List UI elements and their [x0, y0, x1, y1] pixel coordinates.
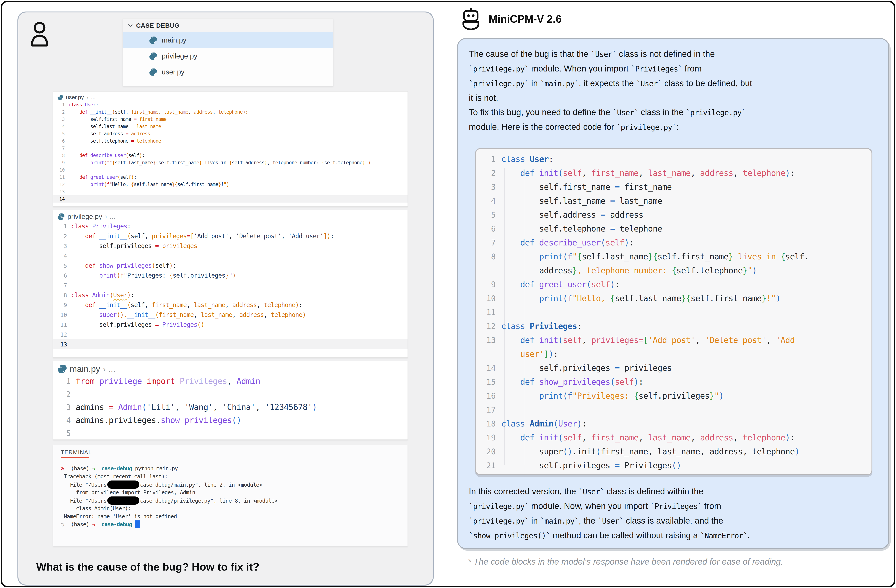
line-number: 3 [53, 241, 71, 251]
response-line: To fix this bug, you need to define the … [469, 105, 879, 120]
line-number: 5 [53, 427, 76, 440]
file-name: user.py [162, 68, 184, 76]
user-avatar-icon [29, 21, 50, 49]
response-line: In this corrected version, the `User` cl… [469, 484, 879, 499]
code-line: 2 [53, 388, 407, 401]
code-line: 10 super().__init__(first_name, last_nam… [53, 310, 407, 320]
code-line: 12 print(f"Hello, {self.last_name}{self.… [53, 181, 407, 188]
code-line: 4 self.last_name = last_name [53, 123, 407, 130]
python-file-icon [57, 94, 63, 100]
terminal-line: ○ (base) → case-debug [61, 520, 407, 529]
file-item-privilege-py[interactable]: privilege.py [123, 48, 333, 64]
code-line: 1class User: [53, 101, 407, 108]
line-number: 3 [53, 401, 76, 414]
terminal-text: case-debug [101, 521, 132, 527]
terminal-text: File "/Users [61, 481, 107, 488]
breadcrumb-more: ... [110, 213, 115, 221]
line-number: 8 [53, 152, 69, 159]
response-bubble: The cause of the bug is that the `User` … [457, 38, 889, 549]
terminal-text: (base) [68, 521, 92, 527]
code-line: 12 [53, 329, 407, 340]
terminal-panel[interactable]: TERMINAL ⊗ (base) → case-debug python ma… [53, 445, 408, 547]
line-number: 11 [53, 174, 69, 181]
code-line: 13 [53, 188, 407, 195]
editor-user-py[interactable]: user.py › ... 1class User:2 def __init__… [53, 91, 408, 207]
code-line: 5 def show_privileges(self): [53, 260, 407, 271]
line-number: 9 [53, 300, 71, 310]
terminal-line: class Admin(User): [61, 504, 407, 512]
code-line: 6 self.telephone = telephone [476, 222, 872, 236]
line-number: 12 [53, 181, 69, 188]
response-line: `privilege.py` module. Now, when you imp… [469, 499, 879, 513]
terminal-text: case-debug/main.py", line 2, in <module> [140, 481, 262, 488]
code-line: 12class Privileges: [476, 319, 872, 333]
breadcrumb-file: privilege.py [67, 213, 102, 221]
line-number: 10 [53, 310, 71, 320]
file-item-user-py[interactable]: user.py [123, 64, 333, 80]
line-number: 2 [53, 388, 76, 401]
code-line: 2 def __init__(self, privileges=['Add po… [53, 231, 407, 241]
line-number: 19 [476, 431, 501, 445]
line-number: 8 [53, 290, 71, 300]
response-line: `privilege.py` in `main.py`, it expects … [469, 76, 879, 91]
model-header: MiniCPM-V 2.6 [460, 8, 562, 30]
breadcrumb-chevron: › [103, 364, 106, 374]
line-number: 11 [476, 305, 501, 319]
terminal-text: python main.py [132, 465, 178, 472]
code-rows: 1class User:2 def init(self, first_name,… [476, 152, 872, 472]
line-number: 16 [476, 389, 501, 403]
explorer-folder-header[interactable]: CASE-DEBUG [123, 19, 333, 32]
response-line: `privilege.py` module. When you import `… [469, 61, 879, 76]
terminal-text [132, 521, 135, 527]
line-number: 5 [476, 208, 501, 222]
terminal-line: ⊗ (base) → case-debug python main.py [61, 465, 407, 472]
breadcrumb-more: ... [91, 94, 96, 101]
file-item-main-py[interactable]: main.py [123, 32, 333, 48]
line-number: 10 [53, 166, 69, 174]
response-text-bottom: In this corrected version, the `User` cl… [469, 484, 879, 543]
line-number: 6 [476, 222, 501, 236]
terminal-line: File "/Userscase-debug/privilege.py", li… [61, 497, 407, 504]
code-line: 15 def show_privileges(self): [476, 375, 872, 389]
code-rows: 1class User:2 def __init__(self, first_n… [53, 101, 407, 203]
code-line: user']): [476, 347, 872, 361]
python-file-icon [149, 36, 157, 44]
model-name: MiniCPM-V 2.6 [489, 13, 562, 25]
breadcrumb-file: main.py [70, 364, 100, 374]
line-number: 1 [53, 221, 71, 232]
code-line: 8class Admin(User): [53, 290, 407, 300]
code-line: 10 print(f"Hello, {self.last_name}{self.… [476, 291, 872, 305]
line-number: 3 [53, 116, 69, 123]
rendered-code-block: 1class User:2 def init(self, first_name,… [475, 148, 872, 475]
editor-main-py[interactable]: main.py › ... 1from privilege import Pri… [53, 361, 408, 440]
terminal-tab-label[interactable]: TERMINAL [61, 449, 407, 455]
code-rows: 1class Privileges:2 def __init__(self, p… [53, 221, 407, 349]
code-line: 6 print(f"Privileges: {self.privileges}"… [53, 271, 407, 280]
folder-name: CASE-DEBUG [136, 22, 180, 29]
line-number: 4 [53, 414, 76, 427]
code-line: 8 def describe_user(self): [53, 152, 407, 159]
code-line: 3admins = Admin('Lili', 'Wang', 'China',… [53, 401, 407, 414]
code-line: 21 self.privileges = Privileges() [476, 459, 872, 472]
breadcrumb: privilege.py › ... [53, 210, 407, 221]
chevron-down-icon [128, 24, 133, 27]
editor-privilege-py[interactable]: privilege.py › ... 1class Privileges:2 d… [53, 210, 408, 358]
line-number: 2 [53, 109, 69, 116]
breadcrumb-chevron: › [105, 213, 107, 221]
code-line: 11 def greet_user(self): [53, 174, 407, 181]
response-line: module. Here is the corrected code for `… [469, 120, 879, 134]
code-line: 1class User: [476, 152, 872, 166]
terminal-text: (base) [68, 465, 92, 472]
line-number: 20 [476, 445, 501, 459]
line-number: 3 [476, 180, 501, 194]
redaction-box [107, 497, 139, 505]
redaction-box [107, 480, 139, 489]
terminal-text: → [92, 521, 95, 527]
terminal-text: from privilege import Privileges, Admin [61, 489, 195, 495]
code-line: 16 print(f"Privileges: {self.privileges}… [476, 389, 872, 403]
code-line: 20 super().init(first_name, last_name, a… [476, 445, 872, 459]
file-name: privilege.py [162, 52, 197, 60]
code-line: 9 def greet_user(self): [476, 277, 872, 291]
line-number: 14 [476, 361, 501, 375]
line-number: 14 [53, 195, 69, 203]
